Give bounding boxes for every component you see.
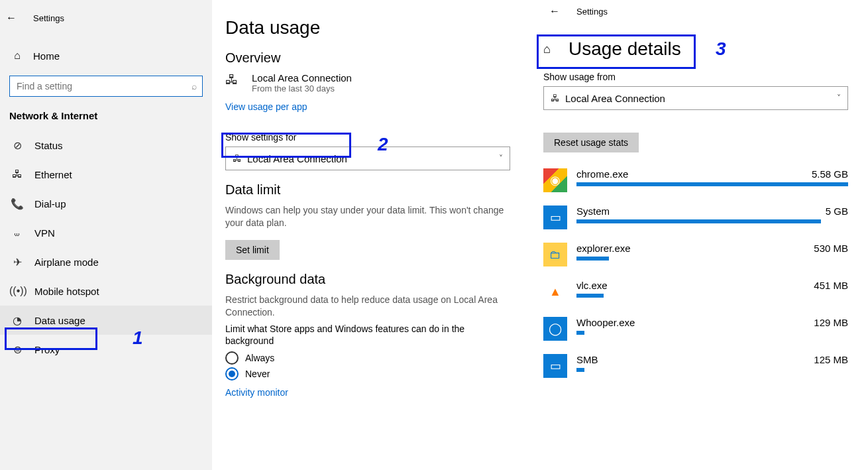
background-limit-desc: Limit what Store apps and Windows featur… [225, 323, 510, 348]
sidebar-home[interactable]: ⌂ Home [9, 42, 212, 69]
sidebar-item-status[interactable]: ⊘Status [0, 131, 212, 160]
app-info: explorer.exe530 MB [576, 243, 848, 261]
app-usage-row: 🗀explorer.exe530 MB [543, 243, 848, 266]
app-usage-row: ▭SMB125 MB [543, 354, 848, 378]
app-usage-value: 129 MB [814, 317, 848, 328]
app-usage-value: 125 MB [814, 354, 848, 365]
usage-bar-track [576, 368, 848, 372]
connection-summary: 🖧 Local Area Connection From the last 30… [225, 72, 510, 93]
app-icon: ▭ [543, 206, 567, 229]
usage-bar-fill [576, 368, 584, 372]
radio-always[interactable]: Always [225, 351, 510, 365]
app-name: Whooper.exe [576, 317, 635, 328]
show-settings-for-label: Show settings for [225, 132, 510, 143]
settings-sidebar: ← Settings ⌂ Home ⌕ Network & Internet ⊘… [0, 0, 212, 470]
reset-usage-stats-button[interactable]: Reset usage stats [543, 133, 639, 152]
app-info: chrome.exe5.58 GB [576, 168, 848, 186]
search-box[interactable]: ⌕ [9, 76, 203, 97]
data-usage-icon: ◔ [9, 314, 25, 327]
search-input[interactable] [15, 80, 191, 92]
proxy-icon: ⊜ [9, 343, 25, 356]
chevron-down-icon: ˅ [837, 93, 841, 103]
app-info: Whooper.exe129 MB [576, 317, 848, 335]
category-title: Network & Internet [9, 110, 203, 121]
app-icon: 🗀 [543, 243, 567, 266]
sidebar-item-ethernet[interactable]: 🖧Ethernet [0, 160, 212, 189]
app-usage-row: ▭System5 GB [543, 206, 848, 229]
radio-never-label: Never [245, 369, 270, 379]
vpn-icon: ⩊ [9, 227, 25, 239]
sidebar-item-label: Status [34, 140, 63, 151]
app-name: chrome.exe [576, 168, 628, 180]
sidebar-item-airplane-mode[interactable]: ✈Airplane mode [0, 247, 212, 276]
sidebar-item-vpn[interactable]: ⩊VPN [0, 218, 212, 247]
background-data-heading: Background data [225, 272, 510, 287]
set-limit-button[interactable]: Set limit [225, 240, 280, 260]
background-data-desc: Restrict background data to help reduce … [225, 294, 510, 319]
app-name: SMB [576, 354, 598, 365]
usage-bar-track [576, 294, 848, 298]
sidebar-item-label: Airplane mode [34, 257, 99, 268]
sidebar-item-mobile-hotspot[interactable]: ((•))Mobile hotspot [0, 276, 212, 306]
ethernet-icon: 🖧 [551, 93, 565, 103]
usage-bar-fill [576, 182, 848, 186]
mobile-hotspot-icon: ((•)) [9, 285, 25, 297]
usage-bar-track [576, 182, 848, 186]
back-button[interactable]: ← [543, 0, 566, 23]
window-title: Settings [33, 13, 64, 23]
app-icon: ▭ [543, 354, 567, 378]
radio-never[interactable]: Never [225, 367, 510, 381]
usage-bar-track [576, 219, 848, 223]
status-icon: ⊘ [9, 139, 25, 152]
app-usage-value: 5 GB [826, 206, 848, 217]
app-usage-row: ▲vlc.exe451 MB [543, 280, 848, 304]
sidebar-item-label: Data usage [34, 315, 85, 326]
usage-bar-fill [576, 257, 609, 261]
arrow-left-icon: ← [6, 12, 17, 24]
activity-monitor-link[interactable]: Activity monitor [225, 387, 288, 398]
usage-details-page: ← Settings ⌂ Usage details Show usage fr… [530, 0, 861, 470]
usage-bar-fill [576, 331, 584, 335]
show-usage-from-combo[interactable]: 🖧 Local Area Connection ˅ [543, 86, 848, 110]
view-usage-per-app-link[interactable]: View usage per app [225, 101, 307, 112]
app-name: explorer.exe [576, 243, 631, 254]
app-info: SMB125 MB [576, 354, 848, 372]
ethernet-icon: 🖧 [225, 72, 252, 88]
app-usage-value: 451 MB [814, 280, 848, 291]
ethernet-icon: 🖧 [233, 153, 247, 164]
show-usage-from-label: Show usage from [543, 72, 848, 82]
connection-period: From the last 30 days [252, 84, 352, 93]
sidebar-item-data-usage[interactable]: ◔Data usage [0, 306, 212, 335]
app-name: vlc.exe [576, 280, 608, 291]
search-icon: ⌕ [191, 81, 197, 91]
combo-value: Local Area Connection [247, 153, 499, 164]
usage-bar-fill [576, 294, 604, 298]
app-usage-row: ◯Whooper.exe129 MB [543, 317, 848, 341]
app-icon: ◉ [543, 168, 567, 192]
sidebar-item-label: Dial-up [34, 198, 66, 209]
app-info: vlc.exe451 MB [576, 280, 848, 298]
nav-list: ⊘Status🖧Ethernet📞Dial-up⩊VPN✈Airplane mo… [0, 131, 212, 364]
app-name: System [576, 206, 610, 217]
app-usage-value: 530 MB [814, 243, 848, 254]
usage-bar-track [576, 257, 848, 261]
page-title: Usage details [569, 38, 681, 60]
show-settings-for-combo[interactable]: 🖧 Local Area Connection ˅ [225, 147, 510, 170]
chevron-down-icon: ˅ [499, 154, 503, 163]
ethernet-icon: 🖧 [9, 168, 25, 180]
sidebar-item-dial-up[interactable]: 📞Dial-up [0, 189, 212, 218]
dial-up-icon: 📞 [9, 198, 25, 210]
app-info: System5 GB [576, 206, 848, 223]
page-title: Data usage [225, 17, 510, 38]
sidebar-item-proxy[interactable]: ⊜Proxy [0, 335, 212, 364]
window-title: Settings [576, 7, 608, 17]
sidebar-item-label: VPN [34, 227, 55, 239]
sidebar-item-label: Proxy [34, 344, 60, 355]
home-icon: ⌂ [9, 50, 25, 62]
radio-always-label: Always [245, 353, 274, 363]
back-button[interactable]: ← [0, 7, 23, 29]
app-icon: ▲ [543, 280, 567, 304]
app-icon: ◯ [543, 317, 567, 341]
app-usage-value: 5.58 GB [812, 168, 848, 180]
radio-icon [225, 367, 239, 381]
